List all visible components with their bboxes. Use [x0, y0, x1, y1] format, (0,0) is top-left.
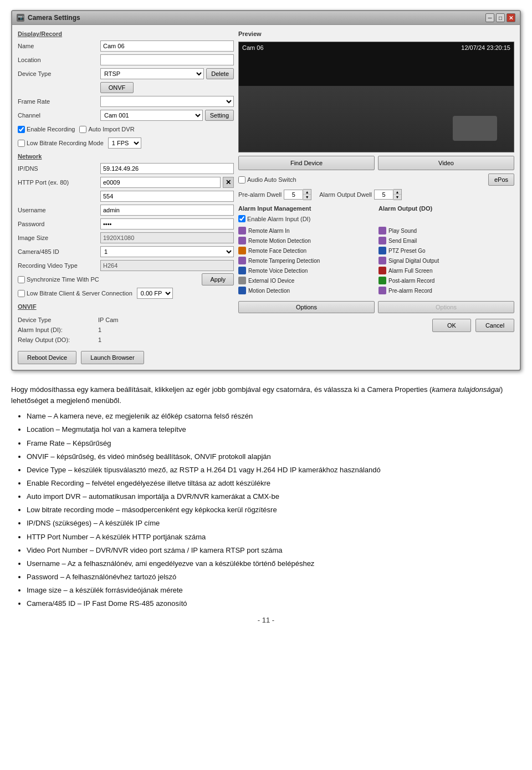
frame-rate-select[interactable] [100, 96, 234, 107]
enable-recording-checkbox-group: Enable Recording [18, 126, 75, 133]
pre-alarm-down[interactable]: ▼ [303, 195, 311, 200]
preview-title: Preview [238, 30, 514, 37]
low-bitrate-label: Low Bitrate Recording Mode [27, 140, 104, 146]
bottom-button-row: Reboot Device Launch Browser [18, 351, 234, 364]
low-bitrate-client-label: Low Bitrate Client & Server Connection [27, 290, 132, 297]
low-bitrate-client-fps-select[interactable]: 0.00 FPS [137, 288, 173, 299]
http-port-label: HTTP Port (ex. 80) [18, 179, 98, 186]
sync-time-checkbox[interactable] [18, 276, 25, 283]
display-record-header: Display/Record [18, 30, 234, 37]
http-port-clear-button[interactable]: ✕ [223, 177, 234, 188]
alarm-item-right[interactable]: Alarm Full Screen [378, 266, 514, 276]
intro-text: Hogy módosíthassa egy kamera beállításai… [11, 385, 432, 394]
alarm-icon [378, 287, 386, 294]
device-type-label: Device Type [18, 70, 98, 77]
password-input[interactable] [100, 218, 234, 230]
enable-recording-checkbox[interactable] [18, 126, 25, 133]
low-bitrate-checkbox[interactable] [18, 140, 25, 147]
onvif-section-header: ONVIF [18, 303, 234, 310]
video-button[interactable]: Video [378, 156, 514, 170]
alarm-item-label: Post-alarm Record [388, 278, 434, 284]
alarm-icon [238, 277, 246, 284]
alarm-icon [238, 237, 246, 244]
username-row: Username [18, 204, 234, 216]
alarm-icon [238, 257, 246, 264]
alarm-item-label: External IO Device [248, 278, 294, 284]
alarm-output-dwell-input[interactable] [374, 190, 393, 200]
sync-time-row: Synchronize Time With PC Apply [18, 273, 234, 285]
alarm-left-column: Remote Alarm In Remote Motion Detection … [238, 226, 374, 295]
device-type-select[interactable]: RTSP [100, 68, 204, 79]
alarm-item-right[interactable]: PTZ Preset Go [378, 246, 514, 256]
ip-dns-row: IP/DNS [18, 162, 234, 175]
epos-button[interactable]: ePos [488, 174, 514, 186]
device-type-row: Device Type RTSP Delete [18, 68, 234, 80]
ip-dns-input[interactable] [100, 163, 234, 174]
options-button-right[interactable]: Options [378, 301, 514, 313]
name-input[interactable] [100, 40, 234, 52]
window-icon: 📷 [17, 14, 24, 22]
onvif-device-type-label: Device Type [18, 317, 98, 323]
sync-time-label: Synchronize Time With PC [27, 276, 99, 283]
launch-browser-button[interactable]: Launch Browser [81, 351, 144, 364]
options-button-left[interactable]: Options [238, 301, 375, 313]
alarm-item-left[interactable]: Motion Detection [238, 285, 374, 295]
window-title: Camera Settings [28, 14, 80, 22]
onvif-alarm-input-row: Alarm Input (DI): 1 [18, 325, 234, 335]
alarm-item-left[interactable]: External IO Device [238, 276, 374, 285]
alarm-icon [378, 247, 386, 254]
port-554-input[interactable] [100, 191, 234, 202]
alarm-item-right[interactable]: Signal Digital Output [378, 256, 514, 266]
camera-id-label: Camera/485 ID [18, 248, 98, 255]
find-device-button[interactable]: Find Device [238, 156, 375, 170]
low-bitrate-client-checkbox[interactable] [18, 290, 25, 297]
list-item: Location – Megmutatja hol van a kamera t… [27, 424, 521, 435]
alarm-output-dwell-down[interactable]: ▼ [393, 195, 401, 200]
enable-alarm-input-checkbox[interactable] [238, 215, 245, 222]
dwell-row: Pre-alarm Dwell ▲ ▼ Alarm Output Dwell ▲ [238, 189, 514, 200]
alarm-item-right[interactable]: Play Sound [378, 226, 514, 236]
username-input[interactable] [100, 205, 234, 216]
list-item: Image size – a készülék forrásvideójának… [27, 585, 521, 596]
pre-alarm-input[interactable] [284, 190, 303, 200]
alarm-output-dwell-up[interactable]: ▲ [393, 190, 401, 195]
cancel-button[interactable]: Cancel [475, 319, 514, 332]
cam-vehicle [453, 116, 497, 141]
apply-button[interactable]: Apply [202, 273, 234, 285]
alarm-item-left[interactable]: Remote Face Detection [238, 246, 374, 256]
delete-button[interactable]: Delete [206, 68, 234, 79]
alarm-item-right[interactable]: Send Email [378, 236, 514, 246]
channel-row: Channel Cam 001 Setting [18, 109, 234, 121]
onvif-alarm-input-label: Alarm Input (DI): [18, 327, 98, 333]
camera-id-select[interactable]: 1 [100, 246, 234, 257]
alarm-item-left[interactable]: Remote Motion Detection [238, 236, 374, 246]
window-body: Display/Record Name Location Device Type… [12, 25, 520, 370]
audio-row: Audio Auto Switch ePos [238, 174, 514, 186]
low-bitrate-fps-select[interactable]: 1 FPS [108, 137, 141, 149]
minimize-button[interactable]: ─ [485, 13, 494, 22]
alarm-item-right[interactable]: Post-alarm Record [378, 276, 514, 285]
audio-auto-switch-checkbox[interactable] [238, 176, 245, 183]
reboot-device-button[interactable]: Reboot Device [18, 351, 76, 364]
ok-button[interactable]: OK [432, 319, 471, 332]
onvif-device-type-value: IP Cam [98, 317, 118, 323]
auto-import-dvr-checkbox-group: Auto Import DVR [79, 126, 134, 133]
list-item: Enable Recording – felvétel engedélyezés… [27, 478, 521, 489]
alarm-item-label: Motion Detection [248, 288, 290, 294]
maximize-button[interactable]: □ [496, 13, 505, 22]
onvif-relay-output-label: Relay Output (DO): [18, 336, 98, 343]
http-port-input[interactable] [100, 177, 221, 188]
alarm-item-left[interactable]: Remote Voice Detection [238, 266, 374, 276]
channel-select[interactable]: Cam 001 [100, 110, 203, 121]
auto-import-dvr-checkbox[interactable] [79, 126, 86, 133]
alarm-item-right[interactable]: Pre-alarm Record [378, 285, 514, 295]
setting-button[interactable]: Setting [205, 110, 234, 121]
alarm-item-left[interactable]: Remote Tampering Detection [238, 256, 374, 266]
onvif-button[interactable]: ONVF [100, 82, 134, 93]
pre-alarm-up[interactable]: ▲ [303, 190, 311, 195]
location-input[interactable] [100, 54, 234, 65]
close-button[interactable]: ✕ [507, 13, 515, 22]
alarm-item-left[interactable]: Remote Alarm In [238, 226, 374, 236]
http-port-inputs: ✕ [100, 177, 234, 188]
page-number: - 11 - [11, 615, 521, 626]
